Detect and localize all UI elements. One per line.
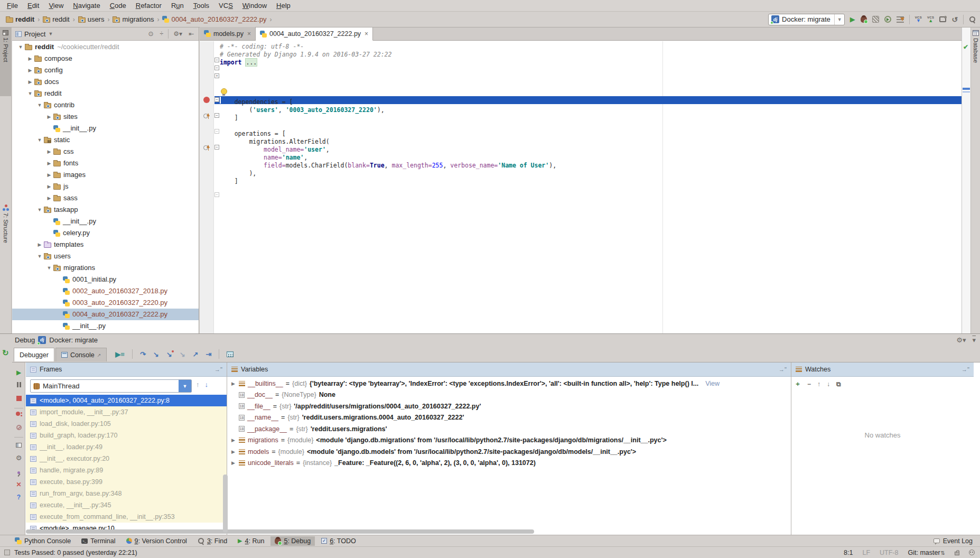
search-everywhere-icon[interactable] [969, 16, 976, 23]
menu-item-navigate[interactable]: Navigate [68, 1, 105, 11]
variable-row[interactable]: 18__doc__ = {NoneType} None [227, 389, 791, 401]
add-watch-button[interactable]: ＋ [795, 379, 801, 388]
frame-row[interactable]: execute, base.py:399 [26, 476, 227, 488]
revert-button[interactable]: ↺ [951, 15, 958, 24]
breakpoint-icon[interactable] [203, 97, 210, 103]
toolwindow-button-6-todo[interactable]: ✓6: TODO [317, 536, 360, 546]
variable-row[interactable]: 18__name__ = {str} 'reddit.users.migrati… [227, 412, 791, 424]
breadcrumb-item[interactable]: reddit [4, 15, 36, 24]
breadcrumb-item[interactable]: reddit [41, 15, 71, 24]
tree-item--init-py[interactable]: __init__.py [12, 320, 199, 332]
tree-item-docs[interactable]: ▶docs [12, 76, 199, 88]
fold-marker-icon[interactable]: + [214, 73, 219, 78]
variable-row[interactable]: ▶migrations = {module} <module 'django.d… [227, 435, 791, 447]
frame-row[interactable]: handle, migrate.py:89 [26, 464, 227, 476]
tree-toggle-icon[interactable]: ▼ [45, 262, 53, 274]
status-message[interactable]: Tests Passed: 0 passed (yesterday 22:21) [14, 549, 137, 556]
vertical-scrollbar[interactable] [223, 475, 228, 533]
menu-item-window[interactable]: Window [238, 1, 272, 11]
menu-item-vcs[interactable]: VCS [214, 1, 238, 11]
fold-marker-icon[interactable]: − [214, 66, 219, 70]
fold-marker-icon[interactable]: − [214, 145, 219, 150]
tree-toggle-icon[interactable]: ▶ [35, 239, 44, 250]
vcs-changes-button[interactable] [939, 16, 946, 22]
variable-row[interactable]: 18__package__ = {str} 'reddit.users.migr… [227, 423, 791, 435]
frame-row[interactable]: build_graph, loader.py:170 [26, 430, 227, 441]
run-button[interactable]: ▶ [850, 15, 855, 23]
sidebar-item-database[interactable]: Database [971, 27, 980, 86]
tree-item-taskapp[interactable]: ▼taskapp [12, 204, 199, 216]
fold-marker-icon[interactable]: − [214, 192, 219, 197]
menu-item-edit[interactable]: Edit [23, 1, 44, 11]
editor-tab-0004-auto-20160327-2222-py[interactable]: 0004_auto_20160327_2222.py× [256, 27, 373, 41]
run-configuration-select[interactable]: dj Docker: migrate ▼ [768, 14, 845, 25]
toolwindow-button-terminal[interactable]: >_Terminal [77, 536, 119, 546]
vcs-update-button[interactable]: VCS▼ [915, 16, 922, 23]
menu-item-help[interactable]: Help [272, 1, 295, 11]
gear-icon[interactable]: ⚙▾ [172, 31, 184, 37]
tree-item-0003-auto-20160327-2220-py[interactable]: 0003_auto_20160327_2220.py [12, 297, 199, 309]
tree-toggle-icon[interactable]: ▶ [45, 111, 53, 123]
tree-item-0004-auto-20160327-2222-py[interactable]: 0004_auto_20160327_2222.py [12, 309, 199, 320]
sidebar-item-project[interactable]: 1: Project [0, 27, 11, 96]
tree-item-sass[interactable]: ▶sass [12, 192, 199, 204]
tree-toggle-icon[interactable]: ▶ [45, 169, 53, 181]
expand-icon[interactable]: ▶ [230, 438, 236, 443]
resume-button[interactable]: ▶ [12, 369, 25, 376]
pane-options-icon[interactable]: →" [779, 366, 787, 373]
frame-row[interactable]: execute_from_command_line, __init__.py:3… [26, 511, 227, 523]
breadcrumb-item[interactable]: migrations [111, 15, 155, 24]
tree-toggle-icon[interactable]: ▶ [26, 53, 34, 64]
hide-panel-icon[interactable]: ▾ [972, 337, 976, 343]
profiler-button[interactable] [884, 16, 891, 23]
frame-row[interactable]: <module>, 0004_auto_20160327_2222.py:8 [26, 395, 227, 406]
sidebar-item-structure[interactable]: 7: Structure [0, 202, 11, 276]
variable-row[interactable]: ▶models = {module} <module 'django.db.mo… [227, 446, 791, 458]
editor-body[interactable]: # -*- coding: utf-8 -*-# Generated by Dj… [200, 41, 962, 333]
editor-scrollbar[interactable]: ✔ [962, 27, 970, 333]
menu-item-tools[interactable]: Tools [189, 1, 214, 11]
tab-console[interactable]: Console ↗ [55, 348, 107, 361]
previous-frame-button[interactable]: ↑ [196, 380, 200, 388]
fold-marker-icon[interactable]: − [214, 97, 219, 102]
horizontal-scrollbar[interactable] [26, 529, 534, 534]
next-frame-button[interactable]: ↓ [205, 380, 209, 388]
variable-row[interactable]: ▶unicode_literals = {instance} _Feature:… [227, 458, 791, 469]
view-breakpoints-button[interactable] [12, 411, 25, 418]
toolwindow-button-4-run[interactable]: ▶4: Run [234, 536, 268, 546]
frame-row[interactable]: execute, __init__.py:345 [26, 499, 227, 511]
tree-item-reddit[interactable]: ▼reddit [12, 88, 199, 99]
frame-row[interactable]: run_from_argv, base.py:348 [26, 488, 227, 499]
tree-item--init-py[interactable]: __init__.py [12, 216, 199, 227]
close-icon[interactable]: × [365, 30, 368, 38]
thread-selector[interactable]: MainThread ▼ [30, 379, 192, 393]
step-over-button[interactable]: ↷ [140, 351, 146, 358]
step-into-button[interactable]: ↘ [153, 351, 159, 358]
editor-tab-models-py[interactable]: models.py× [200, 27, 256, 40]
tree-toggle-icon[interactable]: ▼ [16, 41, 25, 53]
menu-item-refactor[interactable]: Refactor [131, 1, 166, 11]
tree-item-0001-initial-py[interactable]: 0001_initial.py [12, 274, 199, 285]
pause-button[interactable] [12, 382, 25, 389]
pane-options-icon[interactable]: →" [962, 366, 969, 373]
project-view-select[interactable]: Project ▼ [15, 30, 144, 38]
vcs-commit-button[interactable]: VCS▲ [927, 16, 934, 23]
toolwindow-button-3-find[interactable]: 3: Find [193, 536, 231, 546]
tree-item-contrib[interactable]: ▼contrib [12, 99, 199, 111]
tree-item-compose[interactable]: ▶compose [12, 53, 199, 64]
hide-panel-button[interactable]: ⇤ [187, 30, 195, 38]
expand-icon[interactable]: ▶ [230, 449, 236, 454]
intention-bulb-icon[interactable] [221, 88, 227, 96]
run-to-cursor-button[interactable]: ⇥ [206, 351, 211, 358]
tree-toggle-icon[interactable]: ▼ [35, 204, 44, 216]
frame-row[interactable]: __init__, loader.py:49 [26, 441, 227, 453]
view-link[interactable]: View [705, 380, 720, 387]
lock-icon[interactable] [955, 552, 959, 555]
locate-file-button[interactable]: ⊙ [147, 30, 155, 38]
close-icon[interactable]: × [247, 30, 251, 38]
tree-item-images[interactable]: ▶images [12, 169, 199, 181]
collapse-all-button[interactable]: ÷ [158, 30, 165, 38]
close-icon[interactable]: ✕ [12, 481, 25, 488]
fold-marker-icon[interactable]: − [214, 58, 219, 62]
tab-debugger[interactable]: Debugger [14, 348, 54, 361]
